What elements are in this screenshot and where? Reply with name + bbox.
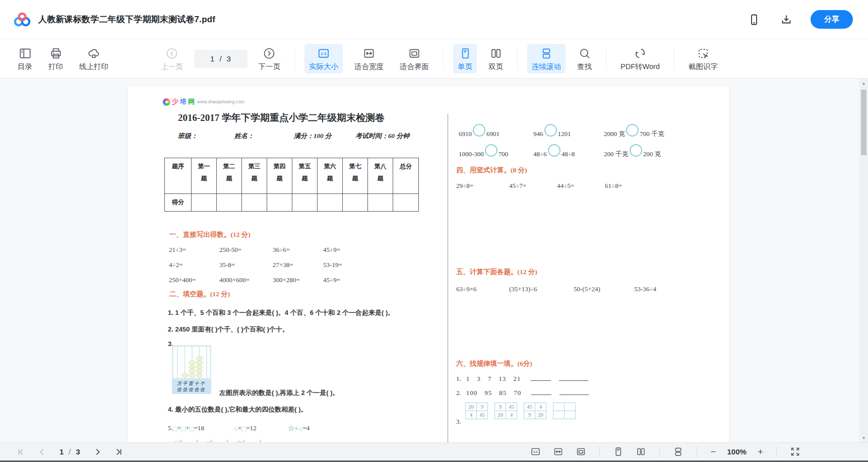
doc-info-time: 考试时间：60 分钟: [355, 131, 409, 141]
continuous-scroll-button-bottom[interactable]: [672, 445, 685, 458]
page-indicator[interactable]: 1 / 3: [194, 50, 247, 68]
math-item: 61÷8=: [605, 182, 698, 190]
single-page-button-bottom[interactable]: [612, 445, 625, 458]
blank-line: [559, 375, 588, 381]
fit-page-icon: [408, 47, 421, 60]
blank-line: [531, 389, 551, 395]
mobile-view-button[interactable]: [746, 12, 762, 28]
math-item: 27+38=: [273, 261, 323, 269]
ocr-button[interactable]: 截图识字: [684, 44, 722, 74]
double-page-button-bottom[interactable]: [635, 445, 647, 458]
last-page-button[interactable]: [113, 446, 125, 457]
bottom-page-nav: 1 / 3: [15, 446, 125, 457]
download-button[interactable]: [778, 12, 794, 28]
next-page-label: 下一页: [259, 63, 281, 71]
actual-size-button-bottom[interactable]: 1:1: [529, 445, 542, 458]
bottom-page-current: 1: [59, 447, 64, 456]
compare-circle: [473, 124, 485, 137]
svg-text:1:1: 1:1: [321, 51, 327, 56]
vertical-scrollbar[interactable]: ▲ ▼: [859, 79, 868, 442]
pdf-page: 少培网 www.shaopeiwang.com 2016-2017 学年下学期重…: [128, 86, 729, 442]
doc-title: 2016-2017 学年下学期重点小学二年级期末检测卷: [148, 111, 415, 124]
score-table: 题序 第一 题 第二 题 第三 题 第四 题 第五 题 第六 题 第七 题 第八…: [164, 158, 419, 212]
doc-info-class: 班级：: [178, 131, 198, 141]
page-total: 3: [227, 54, 231, 63]
scroll-up-arrow-icon[interactable]: ▲: [859, 80, 868, 87]
share-button[interactable]: 分享: [811, 10, 853, 29]
toc-label: 目录: [18, 63, 32, 71]
print-button[interactable]: 打印: [44, 44, 68, 74]
double-page-button[interactable]: 双页: [484, 44, 508, 74]
pdf-to-word-label: PDF转Word: [621, 63, 660, 71]
section-5-title: 五、计算下面各题。(12 分): [456, 268, 537, 277]
math-item: 36÷6=: [273, 246, 323, 254]
section-4-title: 四、用竖式计算。(8 分): [456, 166, 527, 175]
next-page-button-bottom[interactable]: [92, 446, 103, 457]
online-print-label: 线上打印: [79, 63, 108, 71]
brand-char: 网: [188, 97, 195, 106]
bottom-bar: 1 / 3 1:1 − 100%: [0, 442, 868, 460]
section-6-title: 六、找规律填一填。(6分): [456, 359, 532, 368]
abacus-base-labels: 万千百十个 位位位位位: [172, 379, 211, 394]
next-page-button[interactable]: 下一页: [254, 44, 285, 74]
compare-circle: [548, 144, 561, 157]
fit-width-label: 适合宽度: [354, 63, 384, 71]
scrollbar-thumb[interactable]: [861, 90, 866, 155]
circle-shape: ○: [298, 424, 302, 433]
star-shape: ☆: [288, 424, 294, 433]
toc-icon: [19, 47, 32, 60]
section-2-q1: 1. 1 个千、5 个百和 3 个一合起来是( )。4 个百、6 个十和 2 个…: [168, 308, 394, 317]
brand-char: 培: [180, 97, 187, 106]
section-2-title: 二、填空题。(12 分): [169, 290, 230, 299]
fit-width-button-bottom[interactable]: [552, 445, 565, 458]
single-page-button[interactable]: 单页: [453, 44, 477, 74]
zoom-out-button[interactable]: −: [709, 447, 717, 456]
first-page-button[interactable]: [15, 446, 26, 457]
column-divider: [448, 114, 448, 442]
section-2-q3-caption: 左图所表示的数是( ),再添上 2 个一是( )。: [219, 388, 339, 398]
find-button[interactable]: 查找: [573, 44, 596, 74]
pdf-to-word-button[interactable]: PDF转Word: [616, 44, 664, 74]
fit-page-button[interactable]: 适合界面: [395, 44, 433, 74]
actual-size-label: 实际大小: [309, 63, 338, 71]
zoom-in-button[interactable]: +: [757, 447, 764, 456]
abacus-figure: 万千百十个 位位位位位: [172, 345, 211, 394]
single-page-icon: [459, 47, 472, 60]
toolbar: 目录 打印 线上打印 上一页 1 / 3: [0, 39, 868, 79]
score-table-header-row: 题序 第一 题 第二 题 第三 题 第四 题 第五 题 第六 题 第七 题 第八…: [165, 158, 419, 194]
crop-ocr-icon: [697, 47, 710, 60]
doc-brand: 少培网 www.shaopeiwang.com: [163, 97, 244, 106]
fit-page-button-bottom[interactable]: [575, 445, 587, 458]
compare-circle: [485, 144, 498, 157]
math-item: 45÷9=: [323, 246, 369, 254]
prev-page-button[interactable]: 上一页: [156, 44, 188, 74]
flower-logo-icon: [163, 98, 170, 106]
actual-size-button[interactable]: 1:1 实际大小: [304, 44, 343, 74]
single-page-label: 单页: [458, 63, 472, 71]
circle-chevron-left-icon: [165, 47, 178, 60]
section-3-compare: 69106901 9461201 2000 克700 千克 1000-30070…: [459, 127, 721, 160]
math-item: 53-36÷4: [634, 285, 708, 293]
fit-width-button[interactable]: 适合宽度: [350, 44, 388, 74]
score-table-score-row: 得分: [165, 194, 419, 212]
phone-icon: [748, 14, 760, 26]
continuous-scroll-button[interactable]: 连续滚动: [527, 44, 566, 74]
app-logo-icon: [13, 12, 31, 28]
square-shape: □: [190, 424, 194, 433]
svg-text:1:1: 1:1: [533, 450, 538, 453]
fullscreen-button[interactable]: [789, 445, 801, 458]
scroll-down-arrow-icon[interactable]: ▼: [859, 434, 868, 441]
math-item: 45÷9=: [323, 276, 369, 284]
prev-page-button-bottom[interactable]: [36, 446, 47, 457]
section-2-q5-cutoff-row: □( ) ○( ) ☆( ): [175, 439, 262, 442]
fit-page-label: 适合界面: [400, 63, 429, 71]
toc-button[interactable]: 目录: [13, 44, 37, 74]
section-2-q2: 2. 2450 里面有( )个千、( )个百和( )个十。: [168, 325, 289, 334]
section-6-q2: 2.100 95 85 70: [456, 388, 589, 398]
section-6-q1: 1.1 3 7 13 21: [456, 374, 588, 383]
online-print-button[interactable]: 线上打印: [75, 44, 113, 74]
double-page-label: 双页: [488, 63, 503, 71]
circle-shape: ○: [233, 424, 238, 433]
section-2-q5: 5. □+□+□=18 ○×□=12 ☆÷○=4: [168, 424, 309, 433]
math-item: (35+13)÷6: [509, 285, 574, 293]
